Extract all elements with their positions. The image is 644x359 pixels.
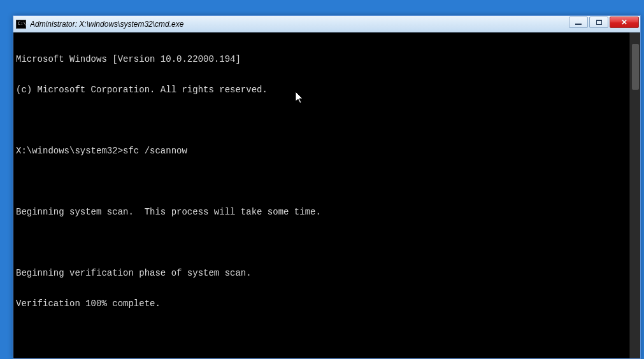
terminal-line: Microsoft Windows [Version 10.0.22000.19…	[16, 54, 638, 64]
terminal-line	[16, 329, 638, 339]
cmd-icon: C:\.	[16, 20, 26, 29]
titlebar[interactable]: C:\. Administrator: X:\windows\system32\…	[13, 16, 640, 32]
maximize-button[interactable]	[589, 17, 608, 28]
minimize-icon	[575, 24, 582, 25]
terminal-line	[16, 115, 638, 125]
window-controls: ✕	[568, 17, 639, 28]
terminal-line: Beginning verification phase of system s…	[16, 268, 638, 278]
close-button[interactable]: ✕	[610, 17, 639, 28]
terminal-line: (c) Microsoft Corporation. All rights re…	[16, 85, 638, 95]
maximize-icon	[596, 20, 602, 25]
terminal-line	[16, 176, 638, 187]
terminal-line: X:\windows\system32>sfc /scannow	[16, 146, 638, 156]
close-icon: ✕	[621, 18, 627, 27]
scrollbar[interactable]	[629, 32, 640, 358]
window-title: Administrator: X:\windows\system32\cmd.e…	[30, 20, 638, 29]
terminal-output[interactable]: Microsoft Windows [Version 10.0.22000.19…	[13, 32, 640, 358]
cmd-window: C:\. Administrator: X:\windows\system32\…	[13, 15, 641, 359]
terminal-line	[16, 237, 638, 248]
terminal-line: Beginning system scan. This process will…	[16, 207, 638, 217]
terminal-line: Verification 100% complete.	[16, 299, 638, 309]
scrollbar-thumb[interactable]	[632, 44, 639, 90]
minimize-button[interactable]	[569, 17, 588, 28]
